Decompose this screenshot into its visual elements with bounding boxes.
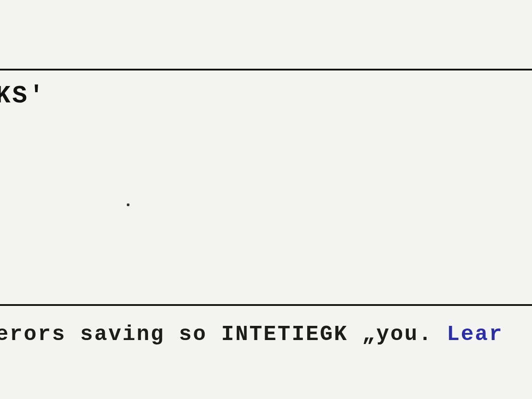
- caption-row: erors saving so INTETIEGK „you. Lear: [0, 322, 503, 346]
- content-panel: KS': [0, 69, 532, 306]
- panel-heading-fragment: KS': [0, 82, 46, 110]
- decorative-dot: [127, 203, 129, 206]
- learn-more-link-fragment[interactable]: Lear: [447, 322, 503, 346]
- caption-text-fragment: erors saving so INTETIEGK „you.: [0, 322, 447, 346]
- page-root: KS' erors saving so INTETIEGK „you. Lear: [0, 0, 532, 399]
